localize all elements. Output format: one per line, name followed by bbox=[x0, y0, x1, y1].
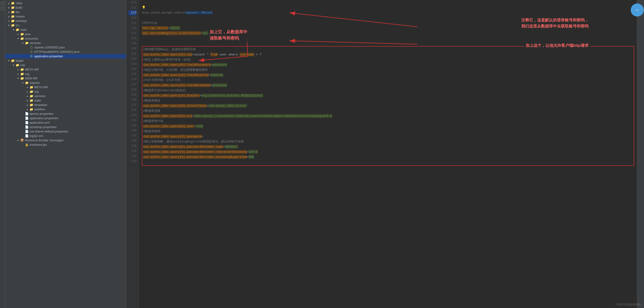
tree-item-main[interactable]: ▼ 📁 main bbox=[5, 27, 126, 32]
tree-arrow-web-inf: ▼ bbox=[16, 77, 20, 80]
tree-item-application-props2[interactable]: 📄 application.properties bbox=[5, 116, 126, 120]
file-icon-apereo-props: 📄 bbox=[25, 112, 29, 115]
tree-label-application-yml: application.yml bbox=[30, 121, 50, 124]
code-line-117: cas.serviceRegistry.initFromJson=true bbox=[142, 31, 634, 36]
tree-item-cas[interactable]: ▼ 📁 cas bbox=[5, 63, 126, 67]
tree-arrow-org: ▶ bbox=[16, 73, 20, 75]
tree-label-meta-inf2: META-INF bbox=[34, 85, 48, 89]
tree-item-overlays[interactable]: ▶ 📁 overlays bbox=[5, 19, 126, 23]
tree-label-cas-theme-props: cas-theme-default.properties bbox=[30, 130, 68, 133]
tree-arrow-main: ▼ bbox=[12, 29, 15, 31]
file-icon-application-yml: 📄 bbox=[25, 121, 29, 124]
tree-arrow-templates: ▶ bbox=[26, 104, 29, 106]
code-line-137: cas.authn.jdbc.query[0].password= bbox=[143, 134, 633, 139]
tree-label-idea: .idea bbox=[16, 1, 22, 5]
file-icon-bootstrap-props: 📄 bbox=[25, 125, 29, 129]
tree-item-org[interactable]: ▶ 📁 org bbox=[5, 72, 126, 76]
code-line-118 bbox=[142, 36, 634, 41]
tree-label-resources: resources bbox=[25, 37, 38, 40]
tree-item-target[interactable]: ▼ 📁 target bbox=[5, 58, 126, 63]
tree-label-maven: maven bbox=[16, 15, 25, 18]
tree-label-build: build bbox=[16, 6, 22, 9]
code-line-138: #默认加密策略，通过encodingAlgorithm来指定算法，默认NONE不… bbox=[143, 139, 633, 144]
tree-arrow-java: ▶ bbox=[16, 33, 20, 35]
code-line-122: #指定上面的sql查询字段名（必须） bbox=[143, 57, 633, 62]
code-line-116: cas.tgc.secure=false bbox=[142, 26, 634, 31]
line-numbers: 111 112 113 114 115 116 117 118 119 120 … bbox=[126, 0, 139, 308]
tree-label-services2: services bbox=[34, 94, 46, 98]
tree-item-maven[interactable]: ▶ 📁 maven bbox=[5, 14, 126, 19]
tree-item-services[interactable]: ▼ 📁 services bbox=[5, 41, 126, 45]
tree-item-static[interactable]: ▶ 📁 static bbox=[5, 98, 126, 103]
tree-label-src: src bbox=[16, 23, 20, 27]
file-icon-cas-theme-props: 📄 bbox=[25, 130, 29, 133]
tree-item-idea[interactable]: ▶ 📁 .idea bbox=[5, 1, 126, 5]
code-editor: 111 112 113 114 115 116 117 118 119 120 … bbox=[126, 0, 637, 308]
watermark-text: CSDN @这是是杨帆 bbox=[616, 303, 641, 306]
code-line-131: cas.authn.jdbc.query[0].driverClass=com.… bbox=[143, 103, 633, 108]
tree-label-classes: classes bbox=[30, 81, 40, 84]
code-line-112: 💡 bbox=[142, 5, 634, 10]
tree-item-meta-inf2[interactable]: ▶ 📁 META-INF bbox=[5, 85, 126, 89]
tree-item-src[interactable]: ▼ 📁 src bbox=[5, 23, 126, 27]
tree-label-main: main bbox=[20, 28, 27, 31]
tree-label-services: services bbox=[30, 41, 41, 45]
folder-icon-resources: 📁 bbox=[20, 37, 24, 40]
tree-item-resource-bundle[interactable]: ▶ 📦 Resource Bundle 'messages' bbox=[5, 138, 126, 142]
tree-arrow-etc: ▶ bbox=[7, 11, 11, 13]
tree-label-java: java bbox=[25, 32, 30, 36]
code-line-133: cas.authn.jdbc.query[0].url=jdbc:mysql:/… bbox=[143, 114, 633, 119]
tree-item-truststore[interactable]: 🔒 truststore.jks bbox=[5, 142, 126, 147]
tree-label-meta-inf: META-INF bbox=[25, 68, 39, 71]
tree-item-log4j2[interactable]: 📄 log4j2.xml bbox=[5, 134, 126, 138]
tree-label-webflow: webflow bbox=[34, 108, 45, 111]
folder-icon-overlays: 📁 bbox=[11, 19, 15, 22]
tree-label-templates: templates bbox=[34, 103, 47, 107]
tree-item-services2[interactable]: ▶ 📁 services bbox=[5, 94, 126, 98]
file-icon-application-props2: 📄 bbox=[25, 116, 29, 120]
tree-item-bootstrap-props[interactable]: 📄 bootstrap.properties bbox=[5, 125, 126, 129]
tree-label-apereo-props: apereo.properties bbox=[30, 112, 53, 115]
tree-item-classes[interactable]: ▼ 📁 classes bbox=[5, 80, 126, 85]
file-icon-application-properties: ⚙ bbox=[29, 54, 34, 58]
tree-label-log4j2: log4j2.xml bbox=[30, 134, 43, 138]
tree-label-cas: cas bbox=[20, 63, 25, 67]
tree-item-application-yml[interactable]: 📄 application.yml bbox=[5, 120, 126, 125]
code-line-130: #数据库驱动 bbox=[143, 98, 633, 103]
tree-item-etc[interactable]: ▶ 📁 etc bbox=[5, 10, 126, 14]
tree-arrow-src: ▼ bbox=[7, 24, 11, 26]
tree-item-templates[interactable]: ▶ 📁 templates bbox=[5, 103, 126, 107]
code-line-129: cas.authn.jdbc.query[0].dialect=org.hibe… bbox=[143, 93, 633, 98]
tree-label-etc: etc bbox=[16, 10, 20, 14]
tree-item-httpsandimaps[interactable]: 🗋 HTTPSandIMAPS-10000001.json bbox=[5, 50, 126, 54]
tree-arrow-meta-inf2: ▶ bbox=[26, 86, 29, 88]
file-icon-truststore: 🔒 bbox=[25, 143, 29, 146]
tree-item-web-inf[interactable]: ▼ 📁 WEB-INF bbox=[5, 76, 126, 80]
tree-arrow-services: ▼ bbox=[21, 42, 25, 44]
folder-icon-src: 📁 bbox=[11, 23, 15, 27]
tree-item-org2[interactable]: ▶ 📁 org bbox=[5, 89, 126, 94]
tree-label-truststore: truststore.jks bbox=[30, 143, 47, 146]
folder-icon-classes: 📁 bbox=[25, 81, 29, 84]
tree-item-apereo-props[interactable]: 📄 apereo.properties bbox=[5, 111, 126, 116]
tree-item-resources[interactable]: ▼ 📁 resources bbox=[5, 36, 126, 41]
circle-button[interactable]: ↔ bbox=[631, 3, 644, 16]
code-line-128: #数据库方言hibernate的知识 bbox=[143, 88, 633, 93]
tree-arrow-idea: ▶ bbox=[7, 2, 11, 4]
tree-item-application-properties[interactable]: ⚙ application.properties bbox=[5, 54, 126, 58]
folder-icon-meta-inf: 📁 bbox=[20, 68, 24, 71]
code-line-125: cas.authn.jdbc.query[0].fieldExpired=exp… bbox=[143, 73, 633, 78]
tree-arrow-org2: ▶ bbox=[26, 91, 29, 93]
folder-icon-services: 📁 bbox=[25, 41, 29, 45]
tree-item-webflow[interactable]: ▶ 📁 webflow bbox=[5, 107, 126, 111]
tree-item-java[interactable]: ▶ 📁 java bbox=[5, 32, 126, 36]
folder-icon-templates: 📁 bbox=[29, 103, 34, 107]
tree-item-apereo-json[interactable]: 🗋 Apereo-10000002.json bbox=[5, 45, 126, 50]
tree-item-cas-theme-props[interactable]: 📄 cas-theme-default.properties bbox=[5, 129, 126, 134]
tree-arrow-maven: ▶ bbox=[7, 15, 11, 18]
tree-item-build[interactable]: ▶ 📁 build bbox=[5, 5, 126, 10]
folder-icon-idea: 📁 bbox=[11, 1, 15, 5]
tree-arrow-classes: ▼ bbox=[21, 82, 25, 84]
code-line-141: cas.authn.jdbc.query[0].passwordEncoder.… bbox=[143, 155, 633, 160]
tree-item-meta-inf[interactable]: ▶ 📁 META-INF bbox=[5, 67, 126, 72]
